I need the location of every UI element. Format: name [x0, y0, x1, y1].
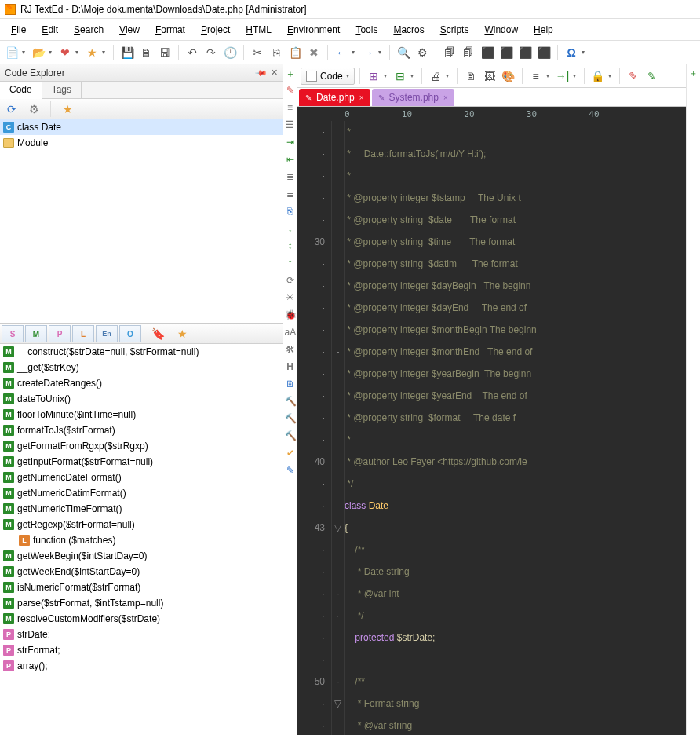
method-row[interactable]: MgetWeekEnd($intStartDay=0) [0, 564, 283, 580]
fold-marker[interactable]: ▽ [332, 693, 344, 715]
edge-icon[interactable]: 🔨 [285, 430, 296, 441]
menu-file[interactable]: File [3, 21, 34, 38]
code-line[interactable]: * [345, 429, 686, 451]
code-line[interactable]: { [345, 517, 686, 539]
dropdown-icon[interactable]: ▾ [20, 49, 27, 56]
filter-p[interactable]: P [49, 325, 71, 342]
gear-icon[interactable]: ⚙ [25, 101, 42, 118]
edge-icon[interactable]: ✎ [285, 465, 296, 476]
edge-icon[interactable]: ⟳ [285, 275, 296, 286]
edge-icon[interactable]: ⎘ [285, 206, 296, 217]
fold-marker[interactable]: - [332, 583, 344, 605]
menu-help[interactable]: Help [526, 21, 561, 38]
edge-icon[interactable]: ✔ [285, 448, 296, 459]
tool-icon[interactable]: ⊟ [392, 68, 409, 85]
edge-icon[interactable]: 🔨 [285, 413, 296, 424]
method-row[interactable]: MdateToUnix() [0, 391, 283, 407]
edge-add-icon[interactable]: ＋ [688, 68, 699, 79]
fold-column[interactable]: -▽-·-▽ [332, 121, 345, 735]
star-icon[interactable]: ★ [83, 44, 100, 61]
filter-m[interactable]: M [25, 325, 47, 342]
code-line[interactable]: * @property integer $dayEnd The end of [345, 297, 686, 319]
copy-icon[interactable]: ⎘ [268, 44, 285, 61]
lock-icon[interactable]: 🔒 [589, 68, 607, 85]
dropdown-icon[interactable]: ▾ [607, 72, 613, 79]
doc-icon[interactable]: 🗐 [441, 44, 458, 61]
favorites-icon[interactable]: ❤ [57, 44, 74, 61]
history-icon[interactable]: 🕘 [221, 44, 239, 61]
menu-html[interactable]: HTML [238, 21, 279, 38]
method-row[interactable]: M__get($strKey) [0, 360, 283, 375]
star-icon[interactable]: ★ [59, 101, 76, 118]
code-line[interactable]: class Date [345, 495, 686, 517]
bookmark-icon[interactable]: 🔖 [149, 325, 166, 342]
filter-o[interactable]: O [119, 325, 141, 342]
method-row[interactable]: MgetFormatFromRgxp($strRgxp) [0, 438, 283, 454]
method-row[interactable]: MgetRegexp($strFormat=null) [0, 517, 283, 532]
dropdown-icon[interactable]: ▾ [580, 49, 586, 56]
method-row[interactable]: Lfunction ($matches) [0, 532, 283, 548]
file-tab[interactable]: ✎Date.php× [299, 89, 370, 106]
dropdown-icon[interactable]: ▾ [100, 49, 107, 56]
code-line[interactable]: protected $strDate; [345, 627, 686, 649]
code-line[interactable]: * @property integer $tstamp The Unix t [345, 187, 686, 209]
code-line[interactable]: * @property string $format The date f [345, 407, 686, 429]
close-icon[interactable]: × [359, 93, 364, 102]
nav-fwd-icon[interactable]: → [359, 44, 377, 61]
search-icon[interactable]: 🔍 [395, 44, 412, 61]
color-icon[interactable]: 🎨 [500, 68, 517, 85]
code-line[interactable]: * @property string $time The format [345, 231, 686, 253]
edge-icon[interactable]: 🐞 [285, 309, 296, 320]
method-row[interactable]: PstrDate; [0, 627, 283, 642]
cut-icon[interactable]: ✂ [249, 44, 266, 61]
fold-marker[interactable]: · [332, 605, 344, 627]
code-editor[interactable]: ·····30·········40··43······50···· -▽-·-… [297, 121, 686, 735]
method-row[interactable]: M__construct($strDate=null, $strFormat=n… [0, 344, 283, 360]
close-icon[interactable]: × [443, 93, 448, 102]
menu-format[interactable]: Format [148, 21, 193, 38]
edge-icon[interactable]: H [285, 361, 296, 372]
save-as-icon[interactable]: 🖫 [156, 44, 173, 61]
doc2-icon[interactable]: 🗐 [460, 44, 477, 61]
method-row[interactable]: PstrFormat; [0, 642, 283, 658]
star-icon[interactable]: ★ [173, 325, 191, 342]
code-content[interactable]: * * Date::formatToJs('m/d/Y H:i'); * * @… [345, 121, 686, 735]
dropdown-icon[interactable]: ▾ [350, 49, 356, 56]
edit2-icon[interactable]: ✎ [643, 68, 661, 85]
method-row[interactable]: MgetNumericDateFormat() [0, 470, 283, 485]
method-row[interactable]: Parray(); [0, 658, 283, 674]
edge-icon[interactable]: ✎ [285, 85, 296, 96]
code-line[interactable]: * @property integer $monthBegin The begi… [345, 319, 686, 341]
dropdown-icon[interactable]: ▾ [409, 72, 415, 79]
dropdown-icon[interactable]: ▾ [444, 72, 450, 79]
code-line[interactable]: /** [345, 539, 686, 561]
edge-icon[interactable]: ≡ [285, 102, 296, 113]
edge-icon[interactable]: ↓ [285, 223, 296, 234]
code-line[interactable]: * @property integer $dayBegin The beginn [345, 275, 686, 297]
diff-icon[interactable]: ⬛ [498, 44, 515, 61]
edge-icon[interactable]: ☰ [285, 119, 296, 130]
tree-row[interactable]: Cclass Date [0, 119, 283, 135]
filter-s[interactable]: S [2, 325, 24, 342]
undo-icon[interactable]: ↶ [184, 44, 201, 61]
edge-icon[interactable]: ≣ [285, 171, 296, 182]
edge-icon[interactable]: ＋ [285, 68, 296, 79]
open-file-icon[interactable]: 📂 [30, 44, 47, 61]
edge-icon[interactable]: ⇤ [285, 154, 296, 165]
menu-scripts[interactable]: Scripts [432, 21, 477, 38]
edge-icon[interactable]: ↑ [285, 258, 296, 269]
menu-project[interactable]: Project [193, 21, 238, 38]
tree-row[interactable]: Module [0, 135, 283, 151]
method-row[interactable]: MresolveCustomModifiers($strDate) [0, 611, 283, 627]
menu-window[interactable]: Window [476, 21, 526, 38]
align-icon[interactable]: ≡ [527, 68, 545, 85]
filter-l[interactable]: L [72, 325, 94, 342]
code-line[interactable]: * Date string [345, 561, 686, 583]
paste-icon[interactable]: 📋 [286, 44, 304, 61]
edge-icon[interactable]: 🛠 [285, 344, 296, 355]
method-row[interactable]: MfloorToMinute($intTime=null) [0, 407, 283, 422]
new-file-icon[interactable]: 📄 [3, 44, 20, 61]
method-row[interactable]: MgetNumericTimeFormat() [0, 501, 283, 517]
tool2-icon[interactable]: ⬛ [535, 44, 552, 61]
edit-icon[interactable]: ✎ [625, 68, 642, 85]
